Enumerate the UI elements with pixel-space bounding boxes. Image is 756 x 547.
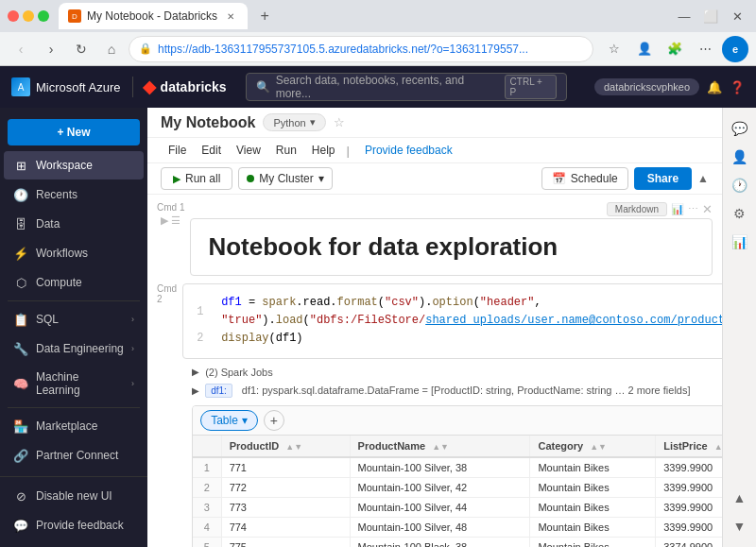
main-content: + New ⊞ Workspace 🕐 Recents 🗄 Data ⚡ Wor…	[0, 108, 756, 547]
cell-1-label: Cmd 1	[157, 202, 184, 213]
cell-productid: 771	[221, 457, 350, 478]
feedback-icon: 💬	[13, 518, 28, 533]
history-icon[interactable]: 🕐	[727, 172, 753, 198]
share-button[interactable]: Share	[634, 167, 692, 190]
menu-run[interactable]: Run	[268, 140, 304, 161]
cell-1-more-icon[interactable]: ⋯	[688, 203, 698, 215]
machine-learning-icon: 🧠	[13, 376, 28, 391]
cell-cmd-1: Cmd 1 ▶ ☰ Markdown 📊 ⋯ ✕	[147, 200, 722, 282]
tab-title: My Notebook - Databricks	[87, 9, 217, 23]
kernel-badge[interactable]: Python ▾	[263, 113, 325, 131]
cell-1-close-icon[interactable]: ✕	[702, 202, 713, 216]
df-label: df1:	[205, 384, 232, 398]
spark-jobs-row[interactable]: ▶ (2) Spark Jobs	[182, 363, 722, 382]
cell-productname: Mountain-100 Silver, 42	[350, 477, 530, 497]
sidebar-item-disable-new-ui[interactable]: ⊘ Disable new UI	[4, 482, 144, 510]
cluster-selector[interactable]: My Cluster ▾	[238, 167, 332, 190]
cell-productname: Mountain-100 Silver, 48	[350, 517, 530, 537]
profile-button[interactable]: 👤	[631, 36, 658, 62]
marketplace-icon: 🏪	[13, 419, 28, 434]
scroll-down-icon[interactable]: ▼	[727, 513, 753, 539]
sidebar-item-data-engineering[interactable]: 🔧 Data Engineering ›	[4, 334, 144, 363]
extensions-button[interactable]: 🧩	[662, 36, 688, 62]
reload-button[interactable]: ↻	[68, 36, 94, 62]
schedule-label: Schedule	[571, 172, 618, 185]
cell-category: Mountain Bikes	[530, 517, 656, 537]
col-header-productname[interactable]: ProductName ▲▼	[350, 436, 530, 457]
menu-feedback-link[interactable]: Provide feedback	[357, 140, 460, 161]
cell-listprice: 3399.9900	[656, 477, 722, 497]
menu-edit[interactable]: Edit	[194, 140, 229, 161]
new-tab-button[interactable]: +	[253, 5, 276, 27]
collapse-toolbar-icon[interactable]: ▲	[697, 172, 709, 185]
home-button[interactable]: ⌂	[98, 36, 125, 62]
sidebar-sql-label: SQL	[36, 313, 59, 326]
sidebar-item-workflows[interactable]: ⚡ Workflows	[4, 239, 144, 267]
address-bar[interactable]: 🔒 https://adb-1363117955737105.5.azureda…	[129, 36, 593, 62]
menu-file[interactable]: File	[161, 140, 194, 161]
comments-icon[interactable]: 💬	[727, 115, 753, 142]
settings-button[interactable]: ⋯	[692, 36, 718, 62]
forward-button[interactable]: ›	[38, 36, 64, 62]
back-button[interactable]: ‹	[8, 36, 34, 62]
browser-minimize-icon[interactable]: —	[673, 5, 696, 27]
star-icon[interactable]: ☆	[334, 115, 345, 129]
browser-restore-icon[interactable]: ⬜	[699, 5, 722, 27]
add-visualization-button[interactable]: +	[264, 410, 284, 431]
search-icon: 🔍	[256, 80, 270, 94]
notifications-icon[interactable]: 🔔	[707, 80, 722, 94]
edge-icon[interactable]: e	[722, 36, 748, 62]
sidebar-item-compute[interactable]: ⬡ Compute	[4, 268, 144, 297]
browser-tab[interactable]: D My Notebook - Databricks ✕	[59, 3, 248, 29]
workspace-badge: databrickscvphkeo	[594, 78, 699, 95]
top-bar-right: databrickscvphkeo 🔔 ❓	[594, 78, 745, 95]
help-icon[interactable]: ❓	[730, 80, 745, 94]
sidebar-item-machine-learning[interactable]: 🧠 Machine Learning ›	[4, 364, 144, 403]
cell-productname: Mountain-100 Black, 38	[350, 537, 530, 547]
bookmark-button[interactable]: ☆	[601, 36, 627, 62]
sidebar-item-data[interactable]: 🗄 Data	[4, 210, 144, 238]
menu-help[interactable]: Help	[304, 140, 343, 161]
new-button[interactable]: + New	[8, 119, 140, 145]
sidebar-item-partner-connect[interactable]: 🔗 Partner Connect	[4, 441, 144, 470]
col-header-category[interactable]: Category ▲▼	[530, 436, 656, 457]
sidebar-item-workspace[interactable]: ⊞ Workspace	[4, 151, 144, 179]
browser-controls: ‹ › ↻ ⌂ 🔒 https://adb-1363117955737105.5…	[0, 32, 756, 66]
run-all-button[interactable]: ▶ Run all	[161, 167, 232, 190]
cell-1-toggle-icon[interactable]: ▶	[161, 214, 168, 227]
cell-rownum: 4	[193, 517, 221, 537]
browser-close-icon[interactable]: ✕	[726, 5, 748, 27]
cell-1-chart-icon[interactable]: 📊	[671, 203, 684, 215]
window-close-btn[interactable]	[8, 10, 19, 22]
col-header-productid[interactable]: ProductID ▲▼	[221, 436, 350, 457]
settings-right-icon[interactable]: ⚙	[727, 200, 753, 227]
table-row: 5 775 Mountain-100 Black, 38 Mountain Bi…	[193, 537, 722, 547]
sidebar-item-sql[interactable]: 📋 SQL ›	[4, 305, 144, 333]
sidebar-item-collapse-menu[interactable]: ◁ Collapse menu	[4, 540, 144, 547]
search-bar[interactable]: 🔍 Search data, notebooks, recents, and m…	[246, 73, 567, 101]
sidebar: + New ⊞ Workspace 🕐 Recents 🗄 Data ⚡ Wor…	[0, 108, 147, 547]
table-tab[interactable]: Table ▾	[200, 410, 258, 431]
window-minimize-btn[interactable]	[23, 10, 34, 22]
cell-category: Mountain Bikes	[530, 477, 656, 497]
sidebar-item-recents[interactable]: 🕐 Recents	[4, 180, 144, 209]
cell-category: Mountain Bikes	[530, 537, 656, 547]
schedule-button[interactable]: 📅 Schedule	[541, 167, 628, 190]
person-icon[interactable]: 👤	[727, 144, 753, 170]
col-header-listprice[interactable]: ListPrice ▲▼	[656, 436, 722, 457]
scroll-up-icon[interactable]: ▲	[727, 485, 753, 511]
cell-productid: 775	[221, 537, 350, 547]
window-maximize-btn[interactable]	[38, 10, 49, 22]
menu-view[interactable]: View	[229, 140, 268, 161]
sidebar-item-provide-feedback[interactable]: 💬 Provide feedback	[4, 511, 144, 539]
sidebar-item-marketplace[interactable]: 🏪 Marketplace	[4, 412, 144, 440]
sidebar-workspace-label: Workspace	[36, 159, 93, 172]
cell-2-label: Cmd 2	[157, 283, 177, 304]
sidebar-divider-1	[8, 300, 140, 301]
tab-close-button[interactable]: ✕	[223, 9, 238, 24]
notebook-heading: Notebook for data exploration	[208, 232, 695, 262]
chart-right-icon[interactable]: 📊	[727, 229, 753, 255]
cell-1-menu-icon[interactable]: ☰	[171, 214, 180, 227]
browser-actions: ☆ 👤 🧩 ⋯ e	[601, 36, 748, 62]
cell-2-code[interactable]: 1 df1 = spark.read.format("csv").option(…	[182, 283, 722, 359]
